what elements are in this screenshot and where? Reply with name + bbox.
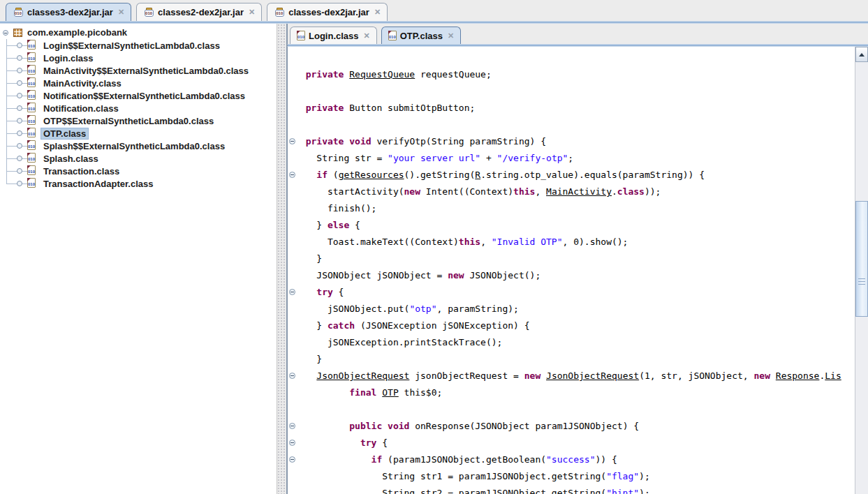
close-icon[interactable]: ✕: [374, 8, 381, 17]
collapse-fold-icon[interactable]: [289, 440, 295, 446]
decompiled-source[interactable]: private RequestQueue requestQueue; priva…: [288, 47, 841, 494]
tree-expand-handle-icon[interactable]: [17, 80, 22, 86]
collapse-fold-icon[interactable]: [289, 456, 295, 463]
tree-root-label: com.example.picobank: [27, 27, 127, 38]
collapse-fold-icon[interactable]: [289, 373, 295, 379]
class-file-icon: 010: [27, 52, 36, 62]
tree-item-login-class[interactable]: 010Login.class: [0, 52, 277, 64]
class-tab-label: Login.class: [309, 31, 359, 41]
class-file-icon: 010: [388, 31, 397, 40]
class-file-icon: 010: [27, 153, 36, 163]
tree-item-label: Login.class: [41, 52, 96, 64]
class-file-icon: 010: [27, 128, 36, 137]
tree-item-notification-externalsyntheticlambda0-class[interactable]: 010Notification$$ExternalSyntheticLambda…: [0, 89, 277, 102]
jar-tab-label: classes3-dex2jar.jar: [27, 7, 113, 17]
tree-item-splash-class[interactable]: 010Splash.class: [0, 152, 277, 165]
class-file-icon: 010: [27, 65, 36, 75]
jar-icon: 010: [13, 8, 24, 17]
tree-expand-handle-icon[interactable]: [17, 130, 22, 136]
jar-icon: 010: [274, 8, 285, 17]
tree-item-label: OTP$$ExternalSyntheticLambda0.class: [41, 115, 216, 127]
class-tab-otp[interactable]: 010 OTP.class ✕: [381, 27, 461, 44]
scrollbar-thumb[interactable]: [855, 201, 868, 317]
jar-icon: 010: [143, 8, 154, 17]
tree-expand-handle-icon[interactable]: [17, 55, 22, 61]
class-file-icon: 010: [27, 178, 36, 188]
tree-item-login-externalsyntheticlambda0-class[interactable]: 010Login$$ExternalSyntheticLambda0.class: [0, 39, 277, 52]
tree-item-label: MainActivity$$ExternalSyntheticLambda0.c…: [41, 65, 251, 77]
tree-expand-handle-icon[interactable]: [17, 105, 22, 111]
tree-expand-handle-icon[interactable]: [17, 118, 22, 123]
class-file-icon: 010: [27, 77, 36, 87]
class-file-icon: 010: [27, 103, 36, 112]
tree-expand-handle-icon[interactable]: [17, 43, 22, 48]
tree-item-label: TransactionAdapter.class: [41, 178, 156, 190]
tree-item-label: OTP.class: [41, 128, 89, 140]
class-tabbar: 010 Login.class ✕ 010 OTP.class ✕: [287, 24, 868, 44]
tree-expand-handle-icon[interactable]: [17, 156, 22, 161]
tree-root-package[interactable]: com.example.picobank: [0, 27, 277, 39]
tree-expand-handle-icon[interactable]: [17, 93, 22, 98]
tree-item-label: Splash$$ExternalSyntheticLambda0.class: [41, 140, 228, 152]
tree-item-splash-externalsyntheticlambda0-class[interactable]: 010Splash$$ExternalSyntheticLambda0.clas…: [0, 140, 277, 152]
tree-item-label: Transaction.class: [41, 165, 122, 177]
code-viewer[interactable]: private RequestQueue requestQueue; priva…: [287, 47, 868, 494]
collapse-fold-icon[interactable]: [289, 289, 295, 295]
tree-item-otp-class[interactable]: 010OTP.class: [0, 127, 277, 140]
class-tab-login[interactable]: 010 Login.class ✕: [290, 27, 377, 44]
source-panel: 010 Login.class ✕ 010 OTP.class ✕ privat…: [287, 24, 868, 494]
jar-tab-label: classes2-dex2jar.jar: [158, 7, 244, 17]
tree-item-label: Notification$$ExternalSyntheticLambda0.c…: [41, 90, 248, 102]
collapse-fold-icon[interactable]: [289, 138, 295, 144]
package-tree: com.example.picobank010Login$$ExternalSy…: [0, 24, 277, 494]
collapse-fold-icon[interactable]: [289, 423, 295, 429]
class-file-icon: 010: [27, 165, 36, 175]
jar-tab-classes2[interactable]: 010 classes2-dex2jar.jar ✕: [136, 3, 262, 21]
tree-expand-handle-icon[interactable]: [17, 181, 22, 186]
tree-item-otp-externalsyntheticlambda0-class[interactable]: 010OTP$$ExternalSyntheticLambda0.class: [0, 114, 277, 127]
tree-item-notification-class[interactable]: 010Notification.class: [0, 102, 277, 114]
class-file-icon: 010: [27, 115, 36, 125]
tree-item-transactionadapter-class[interactable]: 010TransactionAdapter.class: [0, 177, 277, 190]
class-file-icon: 010: [27, 90, 36, 100]
jar-tab-classes[interactable]: 010 classes-dex2jar.jar ✕: [267, 3, 388, 21]
tree-item-label: MainActivity.class: [41, 77, 124, 89]
close-icon[interactable]: ✕: [448, 31, 454, 40]
tree-expand-handle-icon[interactable]: [17, 168, 22, 174]
fold-gutter: [288, 47, 297, 494]
package-icon: [13, 29, 22, 37]
tree-item-mainactivity-class[interactable]: 010MainActivity.class: [0, 77, 277, 89]
split-divider[interactable]: [277, 24, 287, 494]
tree-item-label: Login$$ExternalSyntheticLambda0.class: [41, 40, 223, 52]
scroll-up-button[interactable]: [855, 47, 868, 62]
close-icon[interactable]: ✕: [118, 8, 124, 17]
close-icon[interactable]: ✕: [364, 31, 370, 40]
tree-expand-handle-icon[interactable]: [17, 143, 22, 149]
tree-item-transaction-class[interactable]: 010Transaction.class: [0, 165, 277, 177]
tree-expand-handle-icon[interactable]: [17, 68, 22, 73]
jar-tab-classes3[interactable]: 010 classes3-dex2jar.jar ✕: [6, 3, 131, 21]
class-file-icon: 010: [297, 31, 305, 40]
jar-tabbar: 010 classes3-dex2jar.jar ✕ 010 classes2-…: [0, 0, 868, 21]
tree-expand-handle-icon[interactable]: [3, 30, 8, 36]
class-file-icon: 010: [27, 40, 36, 50]
thumb-grip-icon: [858, 278, 865, 285]
jar-tab-label: classes-dex2jar.jar: [288, 7, 369, 17]
tree-item-label: Notification.class: [41, 103, 122, 114]
up-arrow-icon: [859, 53, 865, 57]
class-file-icon: 010: [27, 140, 36, 150]
tree-item-label: Splash.class: [41, 153, 101, 165]
collapse-fold-icon[interactable]: [289, 172, 295, 178]
close-icon[interactable]: ✕: [249, 8, 255, 17]
vertical-scrollbar[interactable]: [855, 47, 868, 494]
jd-gui-window: 010 classes3-dex2jar.jar ✕ 010 classes2-…: [0, 0, 868, 494]
tree-item-mainactivity-externalsyntheticlambda0-class[interactable]: 010MainActivity$$ExternalSyntheticLambda…: [0, 64, 277, 77]
class-tab-label: OTP.class: [400, 31, 443, 41]
